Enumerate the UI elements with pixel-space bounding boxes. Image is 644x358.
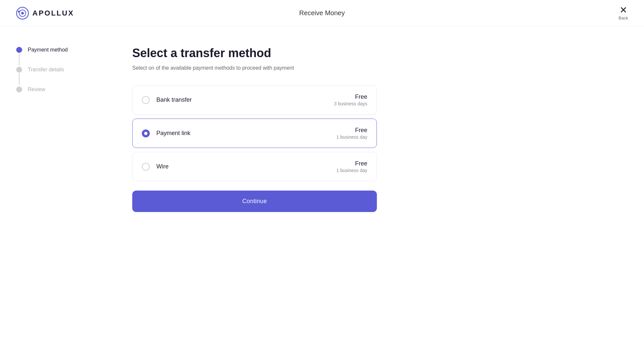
step-label-1: Payment method [28,46,68,54]
svg-point-3 [18,11,20,13]
step-indicator-col-2 [16,66,22,86]
logo: APOLLUX [16,7,74,20]
step-dot-1 [16,47,22,53]
radio-wire [142,163,150,171]
step-payment-method: Payment method [16,46,90,66]
option-price-bank: Free [334,93,367,100]
payment-options-list: Bank transfer Free 3 business days Payme… [132,85,377,181]
sidebar: Payment method Transfer details Review [0,26,106,358]
payment-option-bank-transfer[interactable]: Bank transfer Free 3 business days [132,85,377,115]
radio-bank-transfer [142,96,150,104]
main-layout: Payment method Transfer details Review S… [0,26,644,358]
close-button[interactable]: ✕ Back [619,6,628,20]
option-time-wire: 1 business day [337,168,367,173]
close-label: Back [619,16,628,20]
option-time-bank: 3 business days [334,101,367,106]
option-name-wire: Wire [156,163,169,170]
step-transfer-details: Transfer details [16,66,90,86]
page-title: Select a transfer method [132,46,377,60]
option-right-wire: Free 1 business day [337,160,367,173]
step-connector-2 [19,73,20,85]
step-label-2: Transfer details [28,66,64,73]
option-time-link: 1 business day [337,134,367,140]
logo-icon [16,7,29,20]
option-left-wire: Wire [142,163,169,171]
radio-payment-link [142,129,150,137]
option-left-link: Payment link [142,129,190,137]
option-name-bank: Bank transfer [156,96,192,103]
option-price-wire: Free [337,160,367,167]
header-title: Receive Money [299,9,345,17]
svg-point-2 [21,12,24,15]
step-indicator-col-3 [16,86,22,92]
option-right-bank: Free 3 business days [334,93,367,106]
payment-option-payment-link[interactable]: Payment link Free 1 business day [132,119,377,148]
step-indicator-col-1 [16,46,22,66]
option-price-link: Free [337,127,367,134]
logo-text: APOLLUX [32,9,74,18]
step-dot-3 [16,87,22,92]
steps-list: Payment method Transfer details Review [16,46,90,93]
content-area: Select a transfer method Select on of th… [106,26,403,358]
continue-button[interactable]: Continue [132,191,377,212]
option-right-link: Free 1 business day [337,127,367,140]
step-label-3: Review [28,86,45,93]
option-left-bank: Bank transfer [142,96,192,104]
close-icon: ✕ [620,6,627,15]
payment-option-wire[interactable]: Wire Free 1 business day [132,152,377,181]
option-name-link: Payment link [156,130,190,137]
header: APOLLUX Receive Money ✕ Back [0,0,644,26]
step-review: Review [16,86,90,93]
step-dot-2 [16,67,22,73]
page-subtitle: Select on of the available payment metho… [132,64,377,72]
step-connector-1 [19,54,20,65]
